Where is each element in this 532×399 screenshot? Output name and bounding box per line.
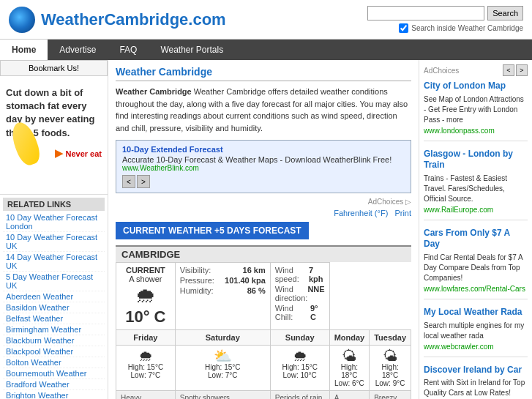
ad-item-5: Discover Ireland by Car Rent with Sixt i… — [424, 365, 528, 399]
nav-item-advertise[interactable]: Advertise — [48, 40, 108, 60]
site-logo[interactable]: WeatherCambridge.com — [41, 10, 226, 29]
cambridge-sunday-icon: 🌧 — [274, 348, 326, 363]
cambridge-sunday-desc: Periods of rain — [270, 391, 329, 400]
main-content: Bookmark Us! Cut down a bit of stomach f… — [0, 60, 532, 399]
cambridge-monday-label: Monday — [329, 330, 370, 346]
cambridge-forecast-data: 🌧 High: 15°CLow: 7°C ⛅ High: 15°CLow: 7°… — [116, 346, 411, 391]
search-row: Search — [367, 6, 523, 20]
cambridge-section: CAMBRIDGE CURRENT A shower 🌧 10° C Visib… — [116, 245, 411, 399]
ad-3-desc: Find Car Rental Deals for $7 A Day Compa… — [424, 253, 528, 283]
arrow-icon: ▶ — [55, 147, 63, 159]
cambridge-wind-speed: 7 kph — [309, 266, 325, 283]
wind-speed-label: Wind speed: — [275, 266, 309, 283]
sidebar-link-10[interactable]: Blackpool Weather — [3, 346, 105, 357]
cambridge-tuesday-data: 🌤 High: 18°CLow: 9°C — [370, 346, 411, 391]
cambridge-friday-label: Friday — [116, 330, 176, 346]
logo-area: WeatherCambridge.com — [9, 7, 226, 33]
sidebar-link-12[interactable]: Bournemouth Weather — [3, 368, 105, 379]
nav-item-home[interactable]: Home — [0, 40, 48, 60]
sidebar-link-2[interactable]: 10 Day Weather Forecast UK — [3, 232, 105, 252]
left-sidebar: Bookmark Us! Cut down a bit of stomach f… — [0, 60, 108, 399]
forecast-prev-button[interactable]: < — [122, 175, 135, 188]
cambridge-tuesday-highlow: High: 18°CLow: 9°C — [372, 363, 408, 387]
cambridge-sunday-highlow: High: 15°CLow: 10°C — [274, 363, 326, 379]
cambridge-wind-direction: NNE — [307, 285, 324, 302]
cambridge-sunday-data: 🌧 High: 15°CLow: 10°C — [270, 346, 329, 391]
ad-4-title[interactable]: My Local Weather Rada — [424, 307, 528, 318]
forecast-banner: 10-Day Extended Forecast Accurate 10-Day… — [116, 140, 411, 193]
ad-item-3: Cars From Only $7 A Day Find Car Rental … — [424, 228, 528, 299]
center-content: Weather Cambridge Weather Cambridge Weat… — [108, 60, 419, 399]
wind-chill-label: Wind Chill: — [275, 304, 310, 321]
main-nav: Home Advertise FAQ Weather Portals — [0, 40, 532, 60]
cambridge-wind-chill: 9° C — [310, 304, 325, 321]
search-inside-checkbox[interactable] — [399, 23, 408, 33]
ad-3-url: www.lowfares.com/Rental-Cars — [424, 285, 528, 293]
sidebar-link-5[interactable]: Aberdeen Weather — [3, 291, 105, 302]
cambridge-saturday-highlow: High: 15°CLow: 7°C — [179, 363, 267, 379]
ad-1-desc: See Map of London Attractions - Get Free… — [424, 94, 528, 125]
search-button[interactable]: Search — [487, 6, 523, 20]
sidebar-link-3[interactable]: 14 Day Weather Forecast UK — [3, 252, 105, 272]
ad-1-title[interactable]: City of London Map — [424, 81, 528, 92]
ad-2-title[interactable]: Glasgow - London by Train — [424, 149, 528, 171]
fahrenheit-row: Fahrenheit (°F) Print — [116, 209, 411, 217]
cambridge-humidity: 86 % — [247, 286, 266, 295]
globe-icon — [9, 7, 35, 33]
ad-choices-label[interactable]: AdChoices ▷ — [368, 198, 411, 206]
sidebar-link-7[interactable]: Belfast Weather — [3, 313, 105, 324]
related-links-title: RELATED LINKS — [3, 198, 105, 211]
search-option: Search inside Weather Cambridge — [399, 23, 523, 33]
fahrenheit-link[interactable]: Fahrenheit (°F) — [334, 209, 388, 217]
humidity-label: Humidity: — [180, 286, 214, 295]
ad-choices-right-label: AdChoices — [424, 67, 459, 75]
ad-item-4: My Local Weather Rada Search multiple en… — [424, 307, 528, 357]
cambridge-friday-icon: 🌧 — [119, 348, 172, 363]
cambridge-desc-row: Heavy showers Spotty showers Periods of … — [116, 391, 411, 400]
cambridge-current-label: CURRENT — [121, 266, 171, 275]
ad-5-title[interactable]: Discover Ireland by Car — [424, 365, 528, 376]
forecast-banner-url: www.WeatherBlink.com — [122, 164, 405, 172]
cambridge-forecast-row: Friday Saturday Sunday Monday Tuesday — [116, 330, 411, 346]
sidebar-link-8[interactable]: Birmingham Weather — [3, 324, 105, 335]
cambridge-monday-highlow: High: 18°CLow: 6°C — [333, 363, 367, 387]
pressure-label: Pressure: — [180, 276, 214, 285]
ad-2-desc: Trains - Fastest & Easiest Travel. Fares… — [424, 174, 528, 204]
page-title: Weather Cambridge — [116, 66, 411, 81]
cambridge-weather-table: CURRENT A shower 🌧 10° C Visibility:16 k… — [116, 262, 411, 399]
ad-banner: Cut down a bit of stomach fat every day … — [0, 78, 108, 195]
sidebar-link-6[interactable]: Basildon Weather — [3, 302, 105, 313]
cambridge-current-temp: 10° C — [121, 307, 171, 327]
forecast-nav: < > — [122, 175, 405, 188]
sidebar-link-14[interactable]: Brighton Weather — [3, 390, 105, 399]
nav-item-weather-portals[interactable]: Weather Portals — [149, 40, 235, 60]
cambridge-monday-icon: 🌤 — [333, 348, 367, 363]
ad-3-title[interactable]: Cars From Only $7 A Day — [424, 228, 528, 250]
forecast-next-button[interactable]: > — [137, 175, 150, 188]
forecast-banner-title: 10-Day Extended Forecast — [122, 145, 405, 154]
cambridge-friday-data: 🌧 High: 15°CLow: 7°C — [116, 346, 176, 391]
ad-5-desc: Rent with Sixt in Ireland for Top Qualit… — [424, 378, 528, 399]
sidebar-link-4[interactable]: 5 Day Weather Forecast UK — [3, 272, 105, 291]
current-weather-button[interactable]: CURRENT WEATHER +5 DAYS FORECAST — [116, 222, 309, 239]
search-input[interactable] — [367, 6, 484, 20]
nav-item-faq[interactable]: FAQ — [108, 40, 149, 60]
ad-next-button[interactable]: > — [516, 64, 528, 76]
header: WeatherCambridge.com Search Search insid… — [0, 0, 532, 40]
intro-paragraph: Weather Cambridge Weather Cambridge offe… — [116, 86, 411, 134]
sidebar-link-1[interactable]: 10 Day Weather Forecast London — [3, 212, 105, 232]
cambridge-tuesday-label: Tuesday — [370, 330, 411, 346]
ad-prev-button[interactable]: < — [503, 64, 514, 76]
ad-4-url: www.webcrawler.com — [424, 343, 528, 351]
sidebar-link-9[interactable]: Blackburn Weather — [3, 335, 105, 346]
sidebar-link-13[interactable]: Bradford Weather — [3, 379, 105, 390]
ad-choices-right: AdChoices < > — [424, 64, 528, 76]
cambridge-details-cell: Visibility:16 km Pressure:101.40 kpa Hum… — [175, 263, 270, 330]
bookmark-button[interactable]: Bookmark Us! — [0, 60, 108, 76]
print-link[interactable]: Print — [394, 209, 411, 217]
sidebar-link-11[interactable]: Bolton Weather — [3, 357, 105, 368]
cambridge-city-name: CAMBRIDGE — [116, 245, 411, 262]
search-option-label: Search inside Weather Cambridge — [411, 24, 523, 32]
cambridge-friday-desc: Heavy showers — [116, 391, 176, 400]
cambridge-saturday-data: ⛅ High: 15°CLow: 7°C — [175, 346, 270, 391]
